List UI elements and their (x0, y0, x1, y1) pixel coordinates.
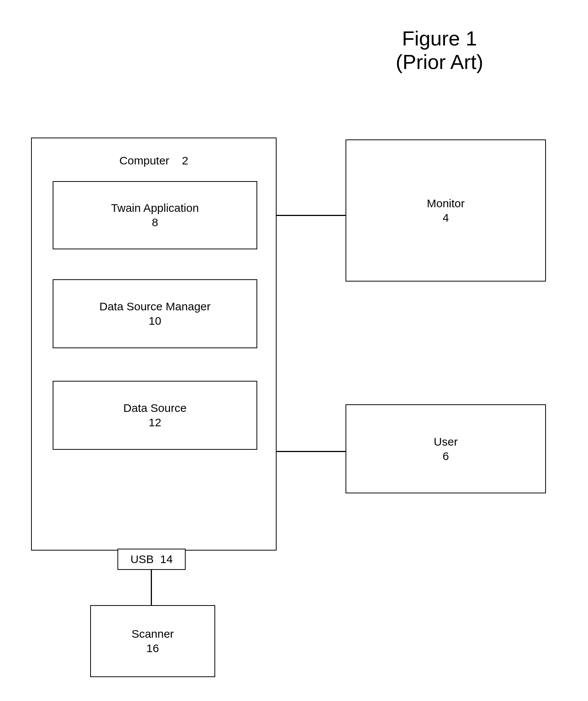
connector-usb-scanner (151, 570, 152, 605)
connector-computer-user (277, 451, 346, 452)
usb-number: 14 (160, 553, 172, 566)
usb-label: USB (130, 553, 154, 566)
computer-header: Computer 2 (32, 154, 276, 167)
computer-number: 2 (182, 154, 188, 167)
twain-label: Twain Application (111, 202, 199, 214)
figure-title: Figure 1 (Prior Art) (364, 27, 515, 74)
ds-label: Data Source (124, 402, 187, 415)
dsm-label: Data Source Manager (99, 300, 211, 313)
figure-title-line2: (Prior Art) (364, 50, 515, 74)
user-number: 6 (443, 450, 449, 463)
twain-number: 8 (152, 216, 158, 229)
connector-computer-monitor (277, 215, 346, 216)
user-label: User (434, 435, 458, 448)
scanner-number: 16 (146, 642, 159, 655)
figure-title-line1: Figure 1 (364, 27, 515, 50)
scanner-label: Scanner (131, 627, 174, 640)
twain-application-box: Twain Application 8 (53, 181, 257, 249)
data-source-manager-box: Data Source Manager 10 (53, 279, 257, 348)
dsm-number: 10 (149, 315, 161, 327)
usb-box: USB 14 (117, 549, 186, 570)
user-box: User 6 (346, 404, 546, 493)
monitor-label: Monitor (427, 197, 464, 210)
ds-number: 12 (149, 416, 161, 429)
scanner-box: Scanner 16 (90, 605, 215, 677)
computer-box: Computer 2 Twain Application 8 Data Sour… (31, 138, 277, 551)
data-source-box: Data Source 12 (53, 381, 257, 450)
computer-label: Computer (119, 154, 169, 167)
monitor-box: Monitor 4 (346, 139, 546, 282)
monitor-number: 4 (443, 211, 449, 224)
